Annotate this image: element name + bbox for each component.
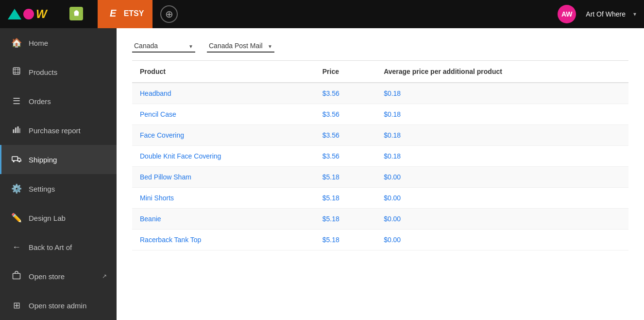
cell-price: $3.56 xyxy=(315,125,376,146)
cell-avg-price: $0.00 xyxy=(376,209,628,230)
cell-avg-price: $0.18 xyxy=(376,83,628,104)
cell-product: Double Knit Face Covering xyxy=(132,146,315,167)
cell-price: $3.56 xyxy=(315,83,376,104)
sidebar-label-open-store: Open store xyxy=(29,272,65,281)
sidebar-item-open-store[interactable]: Open store ↗ xyxy=(0,262,117,291)
filter-bar: Canada United States Australia United Ki… xyxy=(132,40,628,61)
svg-point-6 xyxy=(13,160,15,162)
svg-rect-3 xyxy=(17,126,19,133)
sidebar-label-orders: Orders xyxy=(29,97,51,106)
plus-icon: ⊕ xyxy=(165,8,173,20)
country-select-wrapper: Canada United States Australia United Ki… xyxy=(132,40,195,53)
cell-price: $5.18 xyxy=(315,188,376,209)
sidebar-label-back-to-art-of: Back to Art of xyxy=(29,243,72,251)
sidebar: 🏠 Home Products ☰ Orders Purchase report… xyxy=(0,28,117,320)
col-header-product: Product xyxy=(132,61,315,83)
admin-grid-icon: ⊞ xyxy=(11,300,22,311)
svg-rect-5 xyxy=(12,157,18,160)
sidebar-label-products: Products xyxy=(29,68,57,76)
logo-triangle-icon xyxy=(8,9,21,19)
settings-icon: ⚙️ xyxy=(11,183,22,194)
col-header-avg-price: Average price per additional product xyxy=(376,61,628,83)
design-lab-icon: ✏️ xyxy=(11,213,22,223)
product-link[interactable]: Racerback Tank Top xyxy=(140,236,201,244)
products-icon xyxy=(11,67,22,78)
home-icon: 🏠 xyxy=(11,37,22,48)
sidebar-item-open-store-admin[interactable]: ⊞ Open store admin xyxy=(0,291,117,320)
sidebar-label-purchase-report: Purchase report xyxy=(29,126,81,135)
svg-rect-2 xyxy=(15,127,17,133)
sidebar-item-purchase-report[interactable]: Purchase report xyxy=(0,116,117,145)
purchase-report-icon xyxy=(11,125,22,136)
add-store-button[interactable]: ⊕ xyxy=(160,5,178,23)
shipping-table: Product Price Average price per addition… xyxy=(132,61,628,250)
cell-avg-price: $0.18 xyxy=(376,125,628,146)
cell-product: Face Covering xyxy=(132,125,315,146)
product-link[interactable]: Bed Pillow Sham xyxy=(140,173,191,181)
product-link[interactable]: Face Covering xyxy=(140,131,184,139)
logo: W xyxy=(8,7,47,21)
product-link[interactable]: Beanie xyxy=(140,215,161,223)
main-content: Canada United States Australia United Ki… xyxy=(117,28,644,320)
svg-point-7 xyxy=(18,160,20,162)
product-link[interactable]: Headband xyxy=(140,89,171,97)
product-link[interactable]: Double Knit Face Covering xyxy=(140,152,221,160)
sidebar-item-design-lab[interactable]: ✏️ Design Lab xyxy=(0,203,117,232)
cell-avg-price: $0.00 xyxy=(376,188,628,209)
col-header-price: Price xyxy=(315,61,376,83)
table-row: Beanie $5.18 $0.00 xyxy=(132,209,628,230)
cell-avg-price: $0.18 xyxy=(376,146,628,167)
sidebar-label-home: Home xyxy=(29,39,48,47)
carrier-select[interactable]: Canada Post Mail UPS FedEx DHL xyxy=(207,40,274,53)
logo-circle-icon xyxy=(23,9,34,19)
user-name: Art Of Where xyxy=(586,10,626,18)
sidebar-item-products[interactable]: Products xyxy=(0,57,117,87)
sidebar-item-home[interactable]: 🏠 Home xyxy=(0,28,117,57)
sidebar-label-settings: Settings xyxy=(29,185,55,193)
cell-avg-price: $0.18 xyxy=(376,104,628,125)
shopify-icon xyxy=(69,7,83,20)
cell-product: Headband xyxy=(132,83,315,104)
svg-rect-0 xyxy=(13,68,20,74)
table-row: Mini Shorts $5.18 $0.00 xyxy=(132,188,628,209)
sidebar-item-back-to-art-of[interactable]: ← Back to Art of xyxy=(0,232,117,262)
cell-price: $3.56 xyxy=(315,146,376,167)
country-select[interactable]: Canada United States Australia United Ki… xyxy=(132,40,195,53)
cell-product: Racerback Tank Top xyxy=(132,230,315,250)
table-row: Double Knit Face Covering $3.56 $0.18 xyxy=(132,146,628,167)
product-link[interactable]: Mini Shorts xyxy=(140,194,174,202)
cell-product: Bed Pillow Sham xyxy=(132,167,315,188)
table-header-row: Product Price Average price per addition… xyxy=(132,61,628,83)
external-link-icon: ↗ xyxy=(102,273,107,280)
etsy-icon: E xyxy=(106,7,120,20)
sidebar-item-settings[interactable]: ⚙️ Settings xyxy=(0,174,117,203)
svg-rect-8 xyxy=(13,273,20,279)
table-row: Headband $3.56 $0.18 xyxy=(132,83,628,104)
store-icon xyxy=(11,271,22,282)
chevron-down-icon[interactable]: ▾ xyxy=(633,11,636,18)
carrier-select-wrapper: Canada Post Mail UPS FedEx DHL ▼ xyxy=(207,40,274,53)
sidebar-label-open-store-admin: Open store admin xyxy=(29,302,86,310)
sidebar-label-shipping: Shipping xyxy=(29,156,57,164)
cell-product: Beanie xyxy=(132,209,315,230)
table-row: Bed Pillow Sham $5.18 $0.00 xyxy=(132,167,628,188)
svg-rect-4 xyxy=(19,128,20,133)
back-arrow-icon: ← xyxy=(11,242,22,252)
table-row: Face Covering $3.56 $0.18 xyxy=(132,125,628,146)
table-row: Pencil Case $3.56 $0.18 xyxy=(132,104,628,125)
cell-avg-price: $0.00 xyxy=(376,230,628,250)
sidebar-item-orders[interactable]: ☰ Orders xyxy=(0,87,117,116)
orders-icon: ☰ xyxy=(11,96,22,107)
table-row: Racerback Tank Top $5.18 $0.00 xyxy=(132,230,628,250)
product-link[interactable]: Pencil Case xyxy=(140,110,176,118)
shopify-tab[interactable] xyxy=(61,0,92,28)
svg-rect-1 xyxy=(13,129,15,133)
topbar: W E ETSY ⊕ AW Art Of Where ▾ xyxy=(0,0,644,28)
shipping-icon xyxy=(11,155,22,165)
cell-price: $3.56 xyxy=(315,104,376,125)
sidebar-item-shipping[interactable]: Shipping xyxy=(0,145,117,174)
etsy-tab[interactable]: E ETSY xyxy=(98,0,153,28)
cell-product: Pencil Case xyxy=(132,104,315,125)
cell-price: $5.18 xyxy=(315,209,376,230)
etsy-label: ETSY xyxy=(124,9,144,18)
